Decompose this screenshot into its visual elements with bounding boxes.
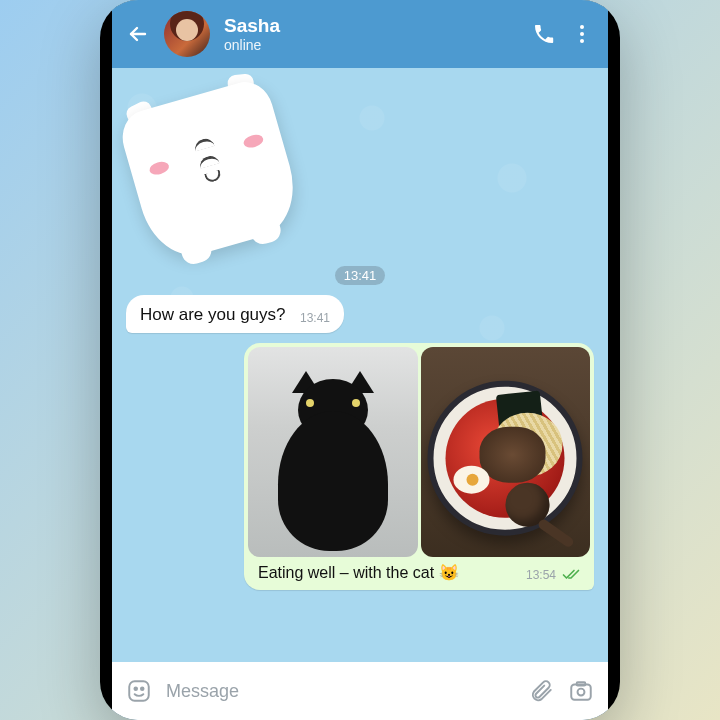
message-input[interactable]	[166, 681, 514, 702]
contact-status: online	[224, 37, 518, 53]
message-time: 13:41	[300, 311, 330, 325]
chat-header: Sasha online	[112, 0, 608, 68]
svg-point-5	[141, 688, 144, 691]
svg-point-2	[580, 39, 584, 43]
more-icon[interactable]	[570, 22, 594, 46]
photo-cat[interactable]	[248, 347, 418, 557]
svg-point-4	[134, 688, 137, 691]
camera-icon[interactable]	[568, 678, 594, 704]
photo-food[interactable]	[421, 347, 591, 557]
attach-icon[interactable]	[528, 678, 554, 704]
call-icon[interactable]	[532, 22, 556, 46]
emoji-icon[interactable]	[126, 678, 152, 704]
contact-name: Sasha	[224, 15, 518, 37]
back-icon[interactable]	[126, 22, 150, 46]
svg-point-0	[580, 25, 584, 29]
contact-info[interactable]: Sasha online	[224, 15, 518, 53]
screen: Sasha online 13:41 How are you guys? 13:…	[112, 0, 608, 720]
sticker-timestamp: 13:41	[335, 266, 386, 285]
svg-point-1	[580, 32, 584, 36]
sticker-image	[112, 68, 316, 276]
input-bar	[112, 662, 608, 720]
svg-rect-3	[129, 681, 149, 701]
avatar[interactable]	[164, 11, 210, 57]
message-text: How are you guys?	[140, 305, 286, 324]
svg-rect-6	[571, 685, 591, 700]
phone-frame: Sasha online 13:41 How are you guys? 13:…	[100, 0, 620, 720]
message-sticker[interactable]	[126, 86, 594, 256]
read-checks-icon	[562, 568, 580, 582]
svg-point-7	[578, 689, 585, 696]
message-outgoing-media[interactable]: Eating well – with the cat 😺 13:54	[126, 343, 594, 590]
media-caption: Eating well – with the cat 😺	[258, 563, 510, 582]
message-incoming[interactable]: How are you guys? 13:41	[126, 295, 594, 333]
message-time: 13:54	[526, 568, 556, 582]
message-list[interactable]: 13:41 How are you guys? 13:41	[112, 68, 608, 662]
